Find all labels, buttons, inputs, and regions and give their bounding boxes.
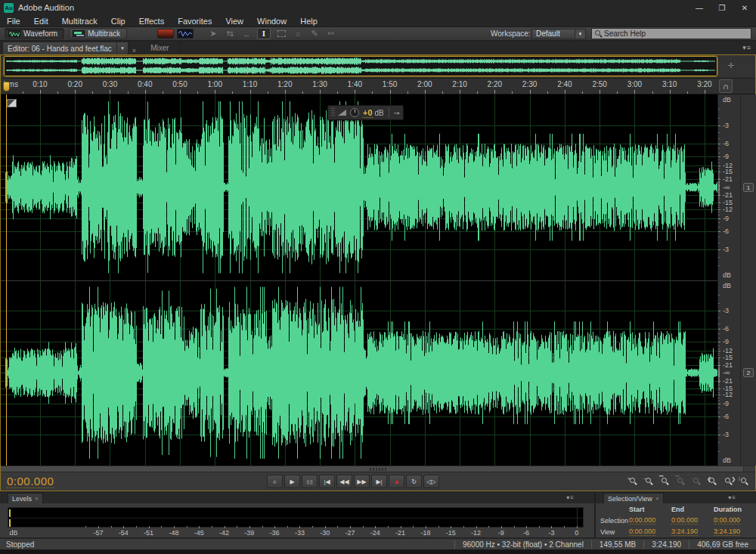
db-scale-minor-tick bbox=[718, 194, 720, 195]
gain-value[interactable]: +0 bbox=[363, 108, 373, 118]
panel-menu-icon[interactable]: ▾≡ bbox=[742, 44, 751, 51]
maximize-button[interactable]: ❐ bbox=[711, 0, 733, 15]
timeline-ruler[interactable]: hms ∩ 0:100:200:300:400:501:001:101:201:… bbox=[1, 78, 755, 94]
menu-edit[interactable]: Edit bbox=[27, 15, 55, 27]
db-scale[interactable]: dBdB-3-3-6-6-9-9-12-12-15-15-21-21-∞dBdB… bbox=[717, 94, 740, 466]
view-start-value[interactable]: 0:00.000 bbox=[629, 528, 655, 536]
search-help-box[interactable] bbox=[591, 28, 751, 39]
ruler-label: 2:00 bbox=[417, 80, 432, 88]
search-input[interactable] bbox=[604, 29, 751, 38]
db-scale-minor-tick bbox=[718, 338, 720, 339]
menu-file[interactable]: File bbox=[0, 15, 27, 27]
magnifier-icon bbox=[693, 478, 701, 485]
skip-to-start-button[interactable]: |◀ bbox=[319, 475, 335, 488]
hud-drag-handle[interactable] bbox=[331, 108, 335, 117]
menu-view[interactable]: View bbox=[218, 15, 250, 27]
editor-file-dropdown[interactable]: ▼ bbox=[116, 42, 128, 54]
time-selection-tool[interactable]: I bbox=[257, 28, 271, 39]
fast-forward-button[interactable]: ▶▶ bbox=[354, 475, 370, 488]
db-scale-label: -15 bbox=[723, 385, 733, 392]
zoom-out-full-button[interactable]: ▔ bbox=[658, 475, 673, 488]
zoom-modifier: − bbox=[643, 476, 646, 481]
db-scale-label: -3 bbox=[723, 122, 729, 129]
display-mode-corner-icon[interactable] bbox=[7, 99, 17, 107]
selection-view-close-icon[interactable]: × bbox=[655, 495, 659, 502]
pin-icon[interactable]: ➚ bbox=[392, 107, 402, 118]
db-scale-minor-tick bbox=[718, 187, 720, 188]
menu-help[interactable]: Help bbox=[293, 15, 324, 27]
db-scale-minor-tick bbox=[718, 348, 720, 349]
db-scale-minor-tick bbox=[718, 203, 720, 203]
db-scale-minor-tick bbox=[718, 382, 720, 382]
tab-editor[interactable]: Editor: 06 - Hands and feet.flac ▼ bbox=[2, 42, 129, 54]
db-scale-minor-tick bbox=[718, 205, 720, 206]
view-duration-value[interactable]: 3:24.190 bbox=[714, 528, 740, 536]
overview-nav-icon[interactable]: ✛ bbox=[728, 61, 734, 70]
menu-window[interactable]: Window bbox=[250, 15, 293, 27]
selection-duration-value[interactable]: 0:00.000 bbox=[714, 516, 740, 525]
playhead-handle[interactable] bbox=[3, 82, 10, 91]
playhead-time-display[interactable]: 0:00.000 bbox=[7, 475, 54, 488]
ruler-label: 3:10 bbox=[662, 80, 677, 88]
db-scale-minor-tick bbox=[718, 162, 720, 163]
editor-tab-close-icon[interactable]: × bbox=[129, 47, 140, 54]
close-button[interactable]: ✕ bbox=[733, 0, 756, 15]
zoom-out-point-button[interactable]: ❯ bbox=[721, 475, 736, 488]
skip-to-end-button[interactable]: ▶| bbox=[371, 475, 387, 488]
playhead[interactable] bbox=[6, 94, 7, 466]
tab-selection-view[interactable]: Selection/View × bbox=[603, 493, 664, 503]
db-scale-minor-tick bbox=[718, 138, 720, 139]
selection-start-value[interactable]: 0:00.000 bbox=[629, 516, 655, 525]
ruler-major-tick bbox=[425, 90, 426, 94]
channel-2-badge[interactable]: 2 bbox=[743, 368, 754, 377]
levels-panel-menu-icon[interactable]: ▾≡ bbox=[566, 494, 575, 501]
skip-selection-button[interactable]: ◁▷ bbox=[423, 475, 439, 488]
selection-view-panel-menu-icon[interactable]: ▾≡ bbox=[728, 494, 736, 501]
waveform-view-button[interactable]: Waveform bbox=[5, 28, 64, 39]
multitrack-view-button[interactable]: Multitrack bbox=[69, 28, 127, 39]
waveform-display-icon[interactable] bbox=[177, 29, 194, 39]
menu-favorites[interactable]: Favorites bbox=[171, 15, 218, 27]
waveform-display[interactable]: dBdB-3-3-6-6-9-9-12-12-15-15-21-21-∞dBdB… bbox=[1, 94, 755, 466]
free-space-status: 406,69 GB free bbox=[689, 540, 756, 549]
menu-effects[interactable]: Effects bbox=[132, 15, 171, 27]
editor-panel: ✛ hms ∩ 0:100:200:300:400:501:001:101:20… bbox=[0, 54, 756, 491]
horizontal-scrollbar[interactable] bbox=[1, 466, 755, 472]
multitrack-icon bbox=[73, 30, 85, 37]
view-end-value[interactable]: 3:24.190 bbox=[671, 528, 698, 536]
play-button[interactable]: ▶ bbox=[284, 475, 300, 488]
volume-hud[interactable]: +0 dB ➚ bbox=[327, 105, 404, 120]
headphone-icon[interactable]: ∩ bbox=[719, 79, 733, 93]
menu-multitrack[interactable]: Multitrack bbox=[55, 15, 104, 27]
spectral-display-icon[interactable] bbox=[157, 29, 174, 39]
rewind-button[interactable]: ◀◀ bbox=[336, 475, 352, 488]
transport-status: Stopped bbox=[0, 540, 454, 549]
overview-range-box[interactable] bbox=[4, 56, 717, 76]
selection-end-value[interactable]: 0:00.000 bbox=[671, 516, 698, 525]
levels-close-icon[interactable]: × bbox=[35, 495, 39, 502]
record-button[interactable]: ● bbox=[389, 475, 404, 488]
minimize-button[interactable]: — bbox=[688, 0, 711, 15]
gain-knob-icon[interactable] bbox=[350, 108, 359, 117]
tab-mixer[interactable]: Mixer bbox=[140, 42, 180, 54]
zoom-in-point-button[interactable]: ❮ bbox=[705, 475, 720, 488]
zoom-out-time-button[interactable]: − bbox=[642, 475, 657, 488]
waveform-canvas[interactable] bbox=[1, 94, 717, 466]
file-duration-status: 3:24.190 bbox=[643, 540, 689, 549]
db-scale-minor-tick bbox=[718, 442, 720, 443]
loop-playback-button[interactable]: ↻ bbox=[406, 475, 422, 488]
vertical-zoom-strip[interactable]: 12 bbox=[740, 94, 756, 466]
scrollbar-grip[interactable] bbox=[370, 468, 386, 471]
tab-levels[interactable]: Levels × bbox=[8, 493, 43, 503]
db-scale-minor-tick bbox=[718, 398, 720, 398]
ruler-minor-tick bbox=[163, 91, 163, 94]
overview-waveform[interactable] bbox=[5, 57, 717, 76]
channel-1-badge[interactable]: 1 bbox=[743, 183, 754, 192]
chevron-down-icon: ▼ bbox=[575, 29, 585, 39]
menu-clip[interactable]: Clip bbox=[104, 15, 132, 27]
meter-level-left bbox=[9, 509, 11, 517]
workspace-dropdown[interactable]: Default ▼ bbox=[531, 29, 586, 39]
zoom-in-time-button[interactable]: + bbox=[626, 475, 641, 488]
db-scale-minor-tick bbox=[718, 196, 720, 197]
zoom-to-selection-button[interactable]: ⁞ bbox=[737, 475, 752, 488]
